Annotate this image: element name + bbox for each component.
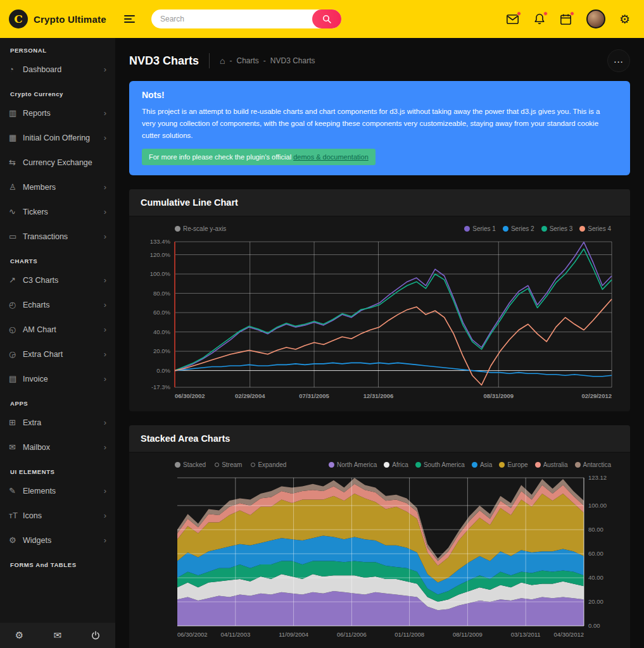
chevron-right-icon: › bbox=[104, 349, 106, 359]
sidebar-item-extra[interactable]: ⊞Extra› bbox=[0, 410, 115, 435]
docs-link[interactable]: demos & documentation bbox=[293, 153, 369, 161]
chevron-right-icon: › bbox=[104, 65, 106, 74]
legend-dot-icon bbox=[175, 226, 180, 232]
home-icon[interactable]: ⌂ bbox=[220, 56, 225, 66]
legend-series-1[interactable]: Series 1 bbox=[464, 225, 496, 232]
x-tick-label: 06/11/2006 bbox=[336, 631, 366, 638]
more-options-button[interactable]: ... bbox=[607, 49, 630, 72]
divider bbox=[209, 53, 210, 68]
legend-label: Antarctica bbox=[583, 461, 611, 468]
page-title: NVD3 Charts bbox=[129, 54, 199, 68]
sidebar-item-label: Reports bbox=[23, 109, 51, 118]
legend-dot-icon bbox=[175, 462, 180, 468]
sidebar-item-currency-exchange[interactable]: ⇆Currency Exchange bbox=[0, 150, 115, 175]
control-stream[interactable]: Stream bbox=[215, 461, 242, 468]
legend-dot-icon bbox=[472, 462, 477, 468]
panel-body: StackedStreamExpanded North AmericaAfric… bbox=[129, 452, 630, 648]
sidebar-item-icons[interactable]: тTIcons› bbox=[0, 503, 115, 528]
bell-icon[interactable] bbox=[533, 13, 546, 25]
legend-label: Series 1 bbox=[472, 225, 496, 232]
sidebar-item-dashboard[interactable]: ◔Dashboard› bbox=[0, 57, 115, 82]
legend-dot-icon bbox=[251, 463, 255, 467]
legend-dot-icon bbox=[215, 463, 219, 467]
main-content: NVD3 Charts ⌂ - Charts - NVD3 Charts ...… bbox=[115, 38, 644, 648]
y-tick-label: 123.12 bbox=[588, 474, 607, 481]
chevron-right-icon: › bbox=[104, 300, 106, 309]
line-chart-toolbar: Re-scale y-axis Series 1Series 2Series 3… bbox=[129, 221, 630, 234]
search-box bbox=[151, 9, 341, 28]
chevron-right-icon: › bbox=[104, 133, 106, 142]
panel-stacked-area-charts: Stacked Area Charts StackedStreamExpande… bbox=[129, 425, 630, 648]
sidebar-item-c3-charts[interactable]: ↗C3 Charts› bbox=[0, 268, 115, 292]
user-avatar[interactable] bbox=[586, 9, 605, 28]
x-tick-label: 06/30/2002 bbox=[177, 631, 208, 638]
x-tick-label: 11/09/2004 bbox=[279, 631, 308, 638]
legend-series-3[interactable]: Series 3 bbox=[541, 225, 573, 232]
legend-dot-icon bbox=[575, 462, 581, 468]
stacked-area-chart[interactable]: 123.12100.0080.0060.0040.0020.000.0006/3… bbox=[141, 471, 619, 644]
mail-icon[interactable]: ✉ bbox=[53, 630, 61, 641]
legend-label: Stacked bbox=[183, 461, 206, 468]
top-bar: C Crypto Ultimate ⚙ bbox=[0, 0, 644, 38]
sidebar-item-widgets[interactable]: ⚙Widgets› bbox=[0, 528, 115, 552]
legend-series-4[interactable]: Series 4 bbox=[579, 225, 611, 232]
alert-body: This project is an attempt to build re-u… bbox=[142, 106, 608, 142]
chevron-right-icon: › bbox=[104, 535, 106, 545]
docs-button-text: For more info please check the plugin's … bbox=[149, 153, 293, 161]
control-stacked[interactable]: Stacked bbox=[175, 461, 206, 468]
legend-dot-icon bbox=[541, 226, 547, 232]
legend-africa[interactable]: Africa bbox=[384, 461, 408, 468]
sidebar-item-transactions[interactable]: ▭Transactions› bbox=[0, 224, 115, 249]
legend-australia[interactable]: Australia bbox=[535, 461, 568, 468]
docs-button[interactable]: For more info please check the plugin's … bbox=[142, 149, 376, 165]
series-line-2 bbox=[175, 363, 612, 376]
sidebar-item-label: Members bbox=[23, 183, 56, 192]
invoice-icon: ▤ bbox=[9, 374, 23, 383]
settings-icon[interactable]: ⚙ bbox=[15, 630, 23, 641]
calendar-icon[interactable] bbox=[560, 13, 572, 25]
chevron-right-icon: › bbox=[104, 108, 106, 118]
settings-gear-icon[interactable]: ⚙ bbox=[619, 13, 630, 25]
sidebar-item-extra-chart[interactable]: ◶Extra Chart› bbox=[0, 342, 115, 366]
sidebar-item-tickers[interactable]: ∿Tickers› bbox=[0, 199, 115, 224]
y-tick-label: 80.00 bbox=[588, 526, 603, 533]
sidebar-item-mailbox[interactable]: ✉Mailbox› bbox=[0, 435, 115, 459]
mail-icon[interactable] bbox=[507, 13, 519, 25]
search-button[interactable] bbox=[312, 9, 341, 28]
legend-north-america[interactable]: North America bbox=[329, 461, 377, 468]
y-tick-label: 120.0% bbox=[149, 251, 170, 258]
legend-series-2[interactable]: Series 2 bbox=[503, 225, 534, 232]
breadcrumb-charts[interactable]: Charts bbox=[237, 56, 259, 65]
legend-label: Stream bbox=[222, 461, 242, 468]
legend-asia[interactable]: Asia bbox=[472, 461, 492, 468]
sidebar-section-label: CHARTS bbox=[0, 249, 115, 268]
y-tick-label: 80.0% bbox=[153, 289, 170, 296]
echarts-icon: ◴ bbox=[9, 300, 23, 309]
breadcrumb: ⌂ - Charts - NVD3 Charts bbox=[220, 56, 315, 66]
breadcrumb-separator: - bbox=[230, 56, 232, 65]
cumulative-line-chart[interactable]: 133.4%120.0%100.0%80.0%60.0%40.0%20.0%0.… bbox=[141, 235, 619, 405]
sidebar-item-am-chart[interactable]: ◵AM Chart› bbox=[0, 317, 115, 342]
sidebar-item-reports[interactable]: ▥Reports› bbox=[0, 101, 115, 125]
sidebar-item-elements[interactable]: ✎Elements› bbox=[0, 478, 115, 503]
sidebar-item-label: Currency Exchange bbox=[23, 158, 92, 167]
power-icon[interactable] bbox=[91, 631, 100, 640]
panel-title: Stacked Area Charts bbox=[129, 425, 630, 452]
brand[interactable]: C Crypto Ultimate bbox=[0, 9, 115, 28]
sidebar-item-echarts[interactable]: ◴Echarts› bbox=[0, 292, 115, 317]
alert-title: Nots! bbox=[142, 90, 617, 100]
sidebar-item-invoice[interactable]: ▤Invoice› bbox=[0, 366, 115, 391]
legend-label: Series 4 bbox=[588, 225, 611, 232]
menu-toggle-icon[interactable] bbox=[124, 15, 135, 23]
panel-cumulative-line-chart: Cumulative Line Chart Re-scale y-axis Se… bbox=[129, 189, 630, 411]
sidebar-item-label: Transactions bbox=[23, 232, 68, 241]
sidebar-item-initial-coin-offering[interactable]: ▦Initial Coin Offering› bbox=[0, 125, 115, 150]
sidebar-item-members[interactable]: ♙Members› bbox=[0, 175, 115, 199]
legend-south-america[interactable]: South America bbox=[415, 461, 465, 468]
y-tick-label: 100.00 bbox=[588, 502, 607, 509]
control-rescale-y-axis[interactable]: Re-scale y-axis bbox=[175, 225, 226, 232]
control-expanded[interactable]: Expanded bbox=[251, 461, 286, 468]
legend-antarctica[interactable]: Antarctica bbox=[575, 461, 611, 468]
legend-europe[interactable]: Europe bbox=[499, 461, 527, 468]
x-tick-label: 02/29/2004 bbox=[234, 392, 265, 399]
